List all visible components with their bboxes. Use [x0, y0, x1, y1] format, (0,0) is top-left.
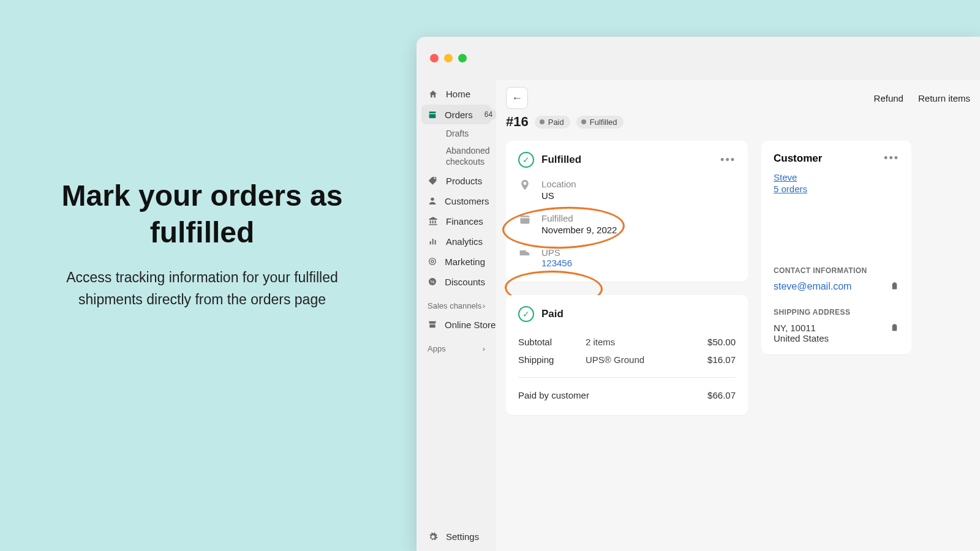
return-items-action[interactable]: Return items	[918, 93, 970, 103]
bank-icon	[428, 216, 439, 226]
svg-rect-11	[892, 283, 897, 290]
tag-icon	[428, 176, 439, 186]
sidebar-item-customers[interactable]: Customers	[421, 192, 491, 211]
contact-info-heading: CONTACT INFORMATION	[774, 266, 899, 275]
location-pin-icon	[518, 179, 532, 191]
svg-rect-2	[432, 239, 434, 244]
sidebar-item-home[interactable]: Home	[421, 84, 491, 103]
window-zoom-icon[interactable]	[458, 54, 467, 62]
orders-icon	[428, 110, 437, 119]
app-window: Home Orders 64 Drafts Abandoned checkout…	[417, 37, 980, 551]
sidebar-item-label: Discounts	[445, 277, 485, 287]
check-circle-icon: ✓	[518, 306, 534, 322]
sidebar-item-settings[interactable]: Settings	[421, 527, 491, 546]
svg-text:%: %	[431, 279, 435, 285]
card-title: Customer	[774, 152, 822, 165]
location-value: US	[541, 190, 576, 201]
window-close-icon[interactable]	[430, 54, 439, 62]
calendar-check-icon	[518, 213, 532, 225]
chevron-right-icon: ›	[483, 344, 485, 353]
store-icon	[428, 320, 437, 329]
paid-by-amount: $66.07	[693, 390, 736, 400]
location-label: Location	[541, 179, 576, 189]
orders-count-badge: 64	[480, 109, 497, 120]
svg-point-9	[521, 255, 522, 257]
sidebar-item-label: Products	[446, 176, 482, 186]
main-area: ← Refund Return items #16 Paid Fulfilled…	[496, 80, 980, 551]
payment-card: ✓ Paid Subtotal 2 items $50.00 Shipping	[506, 295, 748, 415]
shipping-desc: UPS® Ground	[586, 354, 693, 365]
status-pill-fulfilled: Fulfilled	[576, 116, 624, 129]
arrow-left-icon: ←	[511, 92, 522, 105]
subtotal-label: Subtotal	[518, 337, 586, 347]
fulfilled-date-label: Fulfilled	[541, 213, 617, 223]
sidebar-heading-apps[interactable]: Apps ›	[421, 335, 491, 357]
back-button[interactable]: ←	[506, 87, 528, 109]
more-actions-icon[interactable]: •••	[720, 154, 736, 167]
sidebar-item-label: Finances	[446, 216, 483, 227]
svg-point-5	[431, 260, 434, 263]
shipping-address-heading: SHIPPING ADDRESS	[774, 308, 899, 317]
truck-icon	[518, 247, 532, 260]
status-pill-paid: Paid	[535, 116, 570, 129]
sidebar-item-analytics[interactable]: Analytics	[421, 232, 491, 251]
svg-rect-13	[892, 325, 897, 331]
sidebar-item-finances[interactable]: Finances	[421, 212, 491, 231]
sidebar: Home Orders 64 Drafts Abandoned checkout…	[417, 80, 496, 551]
sidebar-item-label: Customers	[445, 196, 489, 206]
window-titlebar	[417, 37, 980, 80]
promo-headline: Mark your orders as fulfilled	[55, 178, 349, 251]
window-minimize-icon[interactable]	[444, 54, 453, 62]
address-line: United States	[774, 333, 829, 343]
check-circle-icon: ✓	[518, 152, 534, 168]
sidebar-item-label: Orders	[445, 110, 473, 120]
customer-name-link[interactable]: Steve	[774, 172, 899, 182]
target-icon	[428, 257, 437, 266]
fulfilled-date-value: November 9, 2022	[541, 225, 617, 235]
svg-point-0	[431, 198, 434, 201]
fulfillment-card: ✓ Fulfilled ••• Location US	[506, 141, 748, 282]
sidebar-item-orders[interactable]: Orders 64	[421, 105, 491, 124]
customer-orders-link[interactable]: 5 orders	[774, 184, 899, 194]
more-actions-icon[interactable]: •••	[884, 152, 899, 165]
customer-email-link[interactable]: steve@email.com	[774, 281, 851, 292]
home-icon	[428, 89, 439, 99]
sidebar-sub-abandoned[interactable]: Abandoned checkouts	[421, 143, 491, 170]
carrier-label: UPS	[541, 247, 572, 258]
subtotal-desc: 2 items	[586, 337, 693, 347]
tracking-number-link[interactable]: 123456	[541, 258, 572, 268]
svg-rect-12	[894, 282, 896, 284]
sidebar-item-label: Settings	[446, 531, 479, 542]
gear-icon	[428, 532, 439, 542]
card-title: Fulfilled	[541, 154, 581, 166]
address-line: NY, 10011	[774, 323, 829, 333]
customer-card: Customer ••• Steve 5 orders CONTACT INFO…	[761, 141, 911, 354]
svg-point-10	[527, 255, 529, 257]
sidebar-sub-drafts[interactable]: Drafts	[421, 126, 491, 141]
sidebar-heading-sales-channels[interactable]: Sales channels ›	[421, 293, 491, 314]
clipboard-icon[interactable]	[890, 323, 899, 333]
clipboard-icon[interactable]	[890, 281, 899, 291]
svg-point-4	[429, 258, 436, 265]
sidebar-item-products[interactable]: Products	[421, 171, 491, 190]
discount-icon: %	[428, 277, 437, 287]
svg-rect-14	[894, 324, 896, 326]
paid-by-label: Paid by customer	[518, 390, 693, 400]
sidebar-item-discounts[interactable]: % Discounts	[421, 272, 491, 291]
svg-rect-1	[430, 241, 431, 244]
sidebar-item-label: Marketing	[445, 257, 485, 267]
person-icon	[428, 196, 437, 206]
sidebar-item-online-store[interactable]: Online Store	[421, 315, 491, 334]
sidebar-item-label: Home	[446, 89, 470, 99]
sidebar-item-label: Online Store	[445, 320, 496, 330]
subtotal-amount: $50.00	[693, 337, 736, 347]
chevron-right-icon: ›	[483, 301, 485, 310]
sidebar-item-marketing[interactable]: Marketing	[421, 252, 491, 271]
order-id: #16	[506, 114, 529, 130]
sidebar-item-label: Analytics	[446, 236, 483, 247]
shipping-label: Shipping	[518, 354, 586, 365]
refund-action[interactable]: Refund	[874, 93, 903, 103]
promo-sub: Access tracking information for your ful…	[55, 267, 349, 310]
svg-rect-8	[521, 216, 530, 223]
shipping-amount: $16.07	[693, 354, 736, 365]
